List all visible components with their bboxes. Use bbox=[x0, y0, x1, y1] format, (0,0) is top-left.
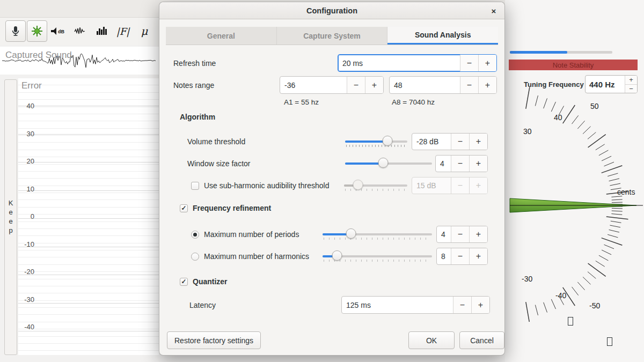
volume-threshold-decrement[interactable]: − bbox=[451, 134, 469, 150]
max-harmonics-row: Maximum number of harmonics bbox=[191, 248, 309, 265]
quantizer-checkbox[interactable]: ✓ bbox=[180, 278, 188, 286]
subharmonic-row: Use sub-harmonic audibility threshold bbox=[191, 177, 329, 194]
volume-threshold-value[interactable]: -28 dB bbox=[412, 134, 451, 150]
window-size-factor-label: Window size factor bbox=[187, 155, 250, 172]
refresh-time-spinbox: 20 ms − + bbox=[338, 54, 497, 72]
cancel-button[interactable]: Cancel bbox=[459, 331, 504, 349]
y-axis-tick: -30 bbox=[20, 295, 34, 304]
y-axis-tick: -20 bbox=[20, 268, 34, 276]
subharmonic-decrement: − bbox=[451, 178, 469, 194]
restore-factory-settings-button[interactable]: Restore factory settings bbox=[167, 331, 261, 349]
notes-range-low-spinbox: -36 − + bbox=[280, 76, 384, 94]
db-icon-label: dB bbox=[58, 29, 64, 34]
latency-spinbox: 125 ms − + bbox=[341, 296, 490, 314]
subharmonic-checkbox[interactable] bbox=[191, 182, 199, 190]
slider-tick-marks bbox=[324, 238, 431, 240]
window-size-factor-decrement[interactable]: − bbox=[451, 156, 469, 172]
fourier-view-button[interactable]: |F| bbox=[113, 20, 133, 42]
dialog-title: Configuration bbox=[306, 6, 357, 15]
notes-range-label: Notes range bbox=[173, 76, 214, 94]
slider-handle[interactable] bbox=[346, 228, 356, 239]
notes-range-high-value[interactable]: 48 bbox=[390, 77, 460, 93]
statistics-view-button[interactable]: μ bbox=[134, 20, 155, 42]
notes-range-low-hint: A1 = 55 hz bbox=[284, 98, 319, 106]
slider-handle[interactable] bbox=[332, 250, 342, 261]
latency-value[interactable]: 125 ms bbox=[342, 297, 453, 313]
tab-capture-system[interactable]: Capture System bbox=[277, 27, 388, 45]
note-stability-label: Note Stability bbox=[553, 61, 594, 69]
frequency-refinement-row: ✓ Frequency refinement bbox=[180, 203, 271, 213]
fmit-app-window: dB |F| μ Captured Sound bbox=[0, 0, 644, 362]
slider-handle[interactable] bbox=[378, 158, 389, 168]
max-harmonics-spinbox: 8 − + bbox=[436, 248, 488, 265]
volume-threshold-spinbox: -28 dB − + bbox=[412, 133, 488, 150]
microphone-icon bbox=[9, 25, 22, 38]
max-periods-increment[interactable]: + bbox=[469, 226, 487, 242]
refresh-time-decrement[interactable]: − bbox=[460, 55, 478, 71]
gauge-label-minus40: -40 bbox=[555, 291, 566, 300]
max-periods-slider[interactable] bbox=[323, 227, 432, 242]
tab-general[interactable]: General bbox=[166, 27, 277, 45]
quantizer-label: Quantizer bbox=[193, 277, 228, 286]
max-periods-label: Maximum number of periods bbox=[204, 230, 299, 239]
gauge-label-40: 40 bbox=[554, 113, 562, 122]
quantizer-row: ✓ Quantizer bbox=[180, 276, 228, 287]
subharmonic-increment: + bbox=[469, 178, 487, 194]
window-size-factor-spinbox: 4 − + bbox=[435, 155, 488, 172]
slider-tick-marks bbox=[346, 145, 406, 147]
spectrum-view-button[interactable] bbox=[91, 20, 112, 42]
max-harmonics-slider[interactable] bbox=[323, 249, 432, 264]
max-periods-radio[interactable] bbox=[191, 231, 199, 239]
refresh-time-value[interactable]: 20 ms bbox=[338, 55, 460, 71]
notes-range-low-increment[interactable]: + bbox=[365, 77, 383, 93]
missing-glyph-box bbox=[568, 317, 573, 326]
dialog-tab-bar: General Capture System Sound Analysis bbox=[166, 27, 498, 45]
microphone-toggle-button[interactable] bbox=[5, 20, 26, 42]
window-size-factor-value[interactable]: 4 bbox=[436, 156, 451, 172]
notes-range-high-increment[interactable]: + bbox=[478, 77, 496, 93]
max-periods-row: Maximum number of periods bbox=[191, 226, 299, 243]
gauge-label-30: 30 bbox=[523, 127, 532, 136]
gauge-label-minus30: -30 bbox=[522, 275, 532, 283]
slider-tick-marks bbox=[345, 189, 406, 191]
volume-threshold-increment[interactable]: + bbox=[469, 134, 487, 150]
tab-sound-analysis[interactable]: Sound Analysis bbox=[387, 27, 498, 45]
max-periods-decrement[interactable]: − bbox=[451, 226, 469, 242]
latency-increment[interactable]: + bbox=[471, 297, 489, 313]
max-harmonics-decrement[interactable]: − bbox=[451, 248, 469, 264]
window-size-factor-increment[interactable]: + bbox=[469, 156, 487, 172]
max-harmonics-increment[interactable]: + bbox=[469, 248, 487, 264]
close-icon[interactable]: × bbox=[488, 5, 499, 16]
error-plot-title: Error bbox=[21, 80, 42, 91]
checkmark-icon: ✓ bbox=[181, 278, 186, 285]
notes-range-high-spinbox: 48 − + bbox=[389, 76, 497, 94]
max-harmonics-value[interactable]: 8 bbox=[437, 248, 451, 264]
keep-button[interactable]: Keep bbox=[4, 79, 17, 355]
algorithm-section-label: Algorithm bbox=[180, 113, 215, 121]
volume-threshold-slider[interactable] bbox=[345, 134, 407, 149]
ok-button[interactable]: OK bbox=[408, 331, 455, 349]
configuration-dialog: Configuration × General Capture System S… bbox=[159, 2, 505, 356]
slider-fill bbox=[345, 141, 387, 143]
notes-range-high-hint: A8 = 7040 hz bbox=[392, 98, 435, 106]
fourier-icon: |F| bbox=[116, 26, 130, 37]
notes-range-low-value[interactable]: -36 bbox=[280, 77, 347, 93]
volume-db-button[interactable]: dB bbox=[48, 20, 69, 42]
slider-handle[interactable] bbox=[382, 136, 392, 146]
refresh-time-increment[interactable]: + bbox=[478, 55, 496, 71]
waveform-icon bbox=[74, 25, 86, 38]
subharmonic-slider bbox=[344, 178, 407, 193]
waveform-view-button[interactable] bbox=[70, 20, 90, 42]
notes-range-low-decrement[interactable]: − bbox=[347, 77, 365, 93]
window-size-factor-slider[interactable] bbox=[345, 156, 432, 171]
max-harmonics-label: Maximum number of harmonics bbox=[204, 252, 309, 261]
subharmonic-label: Use sub-harmonic audibility threshold bbox=[204, 181, 329, 190]
notes-range-high-decrement[interactable]: − bbox=[460, 77, 478, 93]
frequency-refinement-checkbox[interactable]: ✓ bbox=[180, 204, 188, 212]
max-periods-value[interactable]: 4 bbox=[437, 226, 451, 242]
tuner-toggle-button[interactable] bbox=[27, 20, 47, 42]
latency-decrement[interactable]: − bbox=[453, 297, 471, 313]
y-axis-tick: -10 bbox=[20, 240, 34, 248]
max-harmonics-radio[interactable] bbox=[191, 253, 199, 261]
tuning-frequency-increment[interactable]: + bbox=[625, 76, 637, 85]
